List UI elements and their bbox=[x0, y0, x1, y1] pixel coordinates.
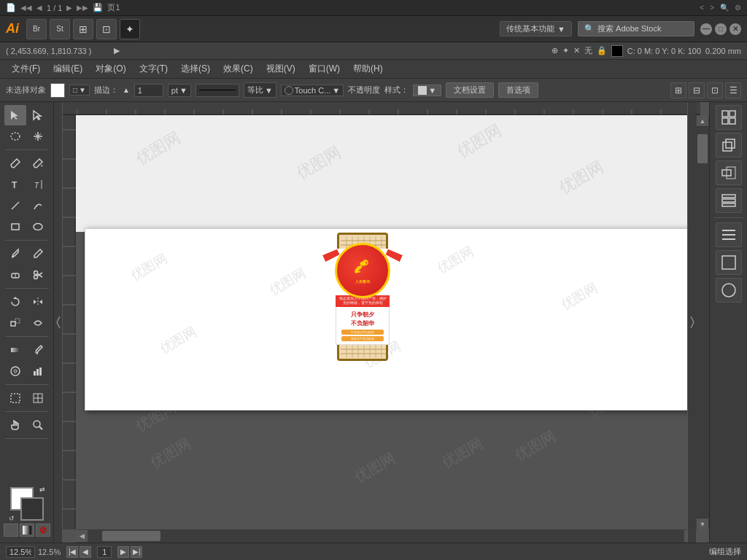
scissors-tool[interactable] bbox=[27, 265, 49, 285]
arc-tool[interactable] bbox=[27, 195, 49, 216]
workspace-dropdown[interactable]: 传统基本功能 ▼ bbox=[500, 21, 572, 36]
stroke-panel-btn[interactable] bbox=[716, 250, 742, 275]
h-scroll-left[interactable]: ◀ bbox=[76, 530, 88, 542]
nav-next[interactable]: ▶▶ bbox=[77, 4, 88, 12]
ratio-dropdown[interactable]: 等比 ▼ bbox=[244, 82, 276, 98]
slice-tool[interactable] bbox=[27, 388, 49, 408]
prev-page-btn[interactable]: ◀ bbox=[80, 546, 91, 558]
eraser-tool[interactable] bbox=[4, 265, 26, 285]
rotate-tool[interactable] bbox=[4, 292, 26, 312]
canvas-area[interactable]: 优图网 优图网 优图网 优图网 优图网 优图网 优图网 优图网 优图网 优图网 … bbox=[54, 102, 709, 542]
magnet-icon[interactable]: ⊕ bbox=[551, 46, 558, 55]
menu-select[interactable]: 选择(S) bbox=[175, 61, 216, 77]
align-icon-4[interactable]: ☰ bbox=[725, 82, 741, 98]
stroke-unit-dropdown[interactable]: pt ▼ bbox=[168, 84, 191, 97]
menu-effect[interactable]: 效果(C) bbox=[217, 61, 259, 77]
coord-arrow[interactable]: ▶ bbox=[114, 46, 120, 55]
background-swatch[interactable] bbox=[20, 497, 44, 521]
stock-icon-btn[interactable]: St bbox=[50, 19, 70, 39]
last-page-btn[interactable]: ▶| bbox=[131, 546, 142, 558]
browser-forward[interactable]: > bbox=[710, 4, 714, 12]
style-selector[interactable]: ▼ bbox=[413, 85, 441, 96]
swap-colors-icon[interactable]: ⇄ bbox=[39, 486, 45, 493]
arrange-btn[interactable]: ✦ bbox=[120, 19, 140, 39]
stroke-value-input[interactable] bbox=[134, 84, 163, 97]
menu-file[interactable]: 文件(F) bbox=[6, 61, 46, 77]
stock-search-box[interactable]: 🔍 搜索 Adobe Stock bbox=[578, 21, 694, 36]
gradient-mode-btn[interactable] bbox=[20, 524, 34, 537]
browser-back[interactable]: < bbox=[700, 4, 704, 12]
panel-toggle-right[interactable] bbox=[687, 102, 696, 542]
nav-forward[interactable]: ▶ bbox=[66, 4, 72, 12]
v-scroll-up[interactable]: ▲ bbox=[697, 115, 708, 127]
symbol-tool[interactable] bbox=[4, 361, 26, 381]
workspace-layout-btn[interactable]: ⊡ bbox=[96, 19, 117, 39]
stroke-selector[interactable]: □ ▼ bbox=[69, 85, 90, 96]
vertical-type-tool[interactable]: T bbox=[27, 174, 49, 195]
v-scrollbar[interactable]: ▲ ▼ bbox=[696, 115, 709, 529]
touch-selector[interactable]: Touch C... ▼ bbox=[281, 85, 344, 96]
direct-select-tool[interactable] bbox=[27, 105, 49, 125]
pathfinder-panel-btn[interactable] bbox=[716, 133, 742, 158]
search-icon[interactable]: 🔍 bbox=[720, 4, 729, 12]
reflect-tool[interactable] bbox=[27, 292, 49, 312]
panel-toggle-left[interactable] bbox=[54, 102, 63, 542]
menu-type[interactable]: 文字(T) bbox=[133, 61, 174, 77]
v-scroll-down[interactable]: ▼ bbox=[697, 518, 708, 529]
menu-edit[interactable]: 编辑(E) bbox=[47, 61, 88, 77]
reset-colors-icon[interactable]: ↺ bbox=[9, 515, 15, 522]
menu-window[interactable]: 窗口(W) bbox=[303, 61, 346, 77]
ellipse-tool[interactable] bbox=[27, 217, 49, 237]
appearance-panel-btn[interactable] bbox=[716, 222, 742, 247]
menu-help[interactable]: 帮助(H) bbox=[347, 61, 389, 77]
paintbrush-tool[interactable] bbox=[4, 244, 26, 264]
h-scrollbar[interactable]: ◀ ▶ bbox=[76, 529, 696, 542]
first-page-btn[interactable]: |◀ bbox=[66, 546, 78, 558]
artboard-tool[interactable] bbox=[4, 388, 26, 408]
zoom-tool[interactable] bbox=[27, 415, 49, 435]
stroke-up-arrow[interactable]: ▲ bbox=[123, 86, 130, 94]
transform-panel-btn[interactable] bbox=[716, 105, 742, 130]
star-icon[interactable]: ✦ bbox=[562, 46, 569, 55]
settings-icon[interactable]: ⚙ bbox=[735, 4, 741, 12]
color-panel-btn[interactable] bbox=[716, 278, 742, 303]
hand-tool[interactable] bbox=[4, 415, 26, 435]
fill-mode-btn[interactable] bbox=[4, 524, 18, 537]
v-scroll-thumb[interactable] bbox=[697, 134, 708, 163]
align-icon-2[interactable]: ⊟ bbox=[689, 82, 705, 98]
doc-settings-btn[interactable]: 文档设置 bbox=[446, 82, 494, 98]
preferences-btn[interactable]: 首选项 bbox=[498, 82, 538, 98]
no-fill-btn[interactable]: ⊘ bbox=[36, 524, 50, 537]
add-anchor-tool[interactable]: + bbox=[27, 153, 49, 174]
magic-wand-tool[interactable] bbox=[27, 126, 49, 147]
line-tool[interactable] bbox=[4, 195, 26, 216]
maximize-btn[interactable]: □ bbox=[715, 23, 727, 35]
close-btn[interactable]: ✕ bbox=[729, 23, 741, 35]
workspace-grid-btn[interactable]: ⊞ bbox=[73, 19, 93, 39]
select-tool[interactable] bbox=[4, 105, 26, 125]
minimize-btn[interactable]: — bbox=[700, 23, 712, 35]
nav-back[interactable]: ◀ bbox=[36, 4, 42, 12]
graph-tool[interactable] bbox=[27, 361, 49, 381]
eyedropper-tool[interactable] bbox=[27, 340, 49, 360]
align-icon-3[interactable]: ⊡ bbox=[707, 82, 723, 98]
rect-tool[interactable] bbox=[4, 217, 26, 237]
fill-color-swatch[interactable] bbox=[50, 83, 65, 98]
menu-object[interactable]: 对象(O) bbox=[90, 61, 131, 77]
gradient-tool[interactable] bbox=[4, 340, 26, 360]
zoom-input[interactable] bbox=[6, 546, 35, 558]
lasso-tool[interactable] bbox=[4, 126, 26, 147]
nav-prev[interactable]: ◀◀ bbox=[20, 4, 32, 12]
scale-tool[interactable] bbox=[4, 313, 26, 333]
type-tool[interactable]: T bbox=[4, 174, 26, 195]
menu-view[interactable]: 视图(V) bbox=[260, 61, 301, 77]
bridge-icon-btn[interactable]: Br bbox=[26, 19, 47, 39]
layers-panel-btn[interactable] bbox=[716, 188, 742, 213]
cross-icon[interactable]: ✕ bbox=[573, 46, 580, 55]
pencil-tool[interactable] bbox=[27, 244, 49, 264]
warp-tool[interactable] bbox=[27, 313, 49, 333]
stroke-line-preview[interactable] bbox=[196, 84, 239, 97]
align-icon-1[interactable]: ⊞ bbox=[670, 82, 686, 98]
pen-tool[interactable] bbox=[4, 153, 26, 174]
h-scroll-thumb[interactable] bbox=[102, 531, 160, 541]
